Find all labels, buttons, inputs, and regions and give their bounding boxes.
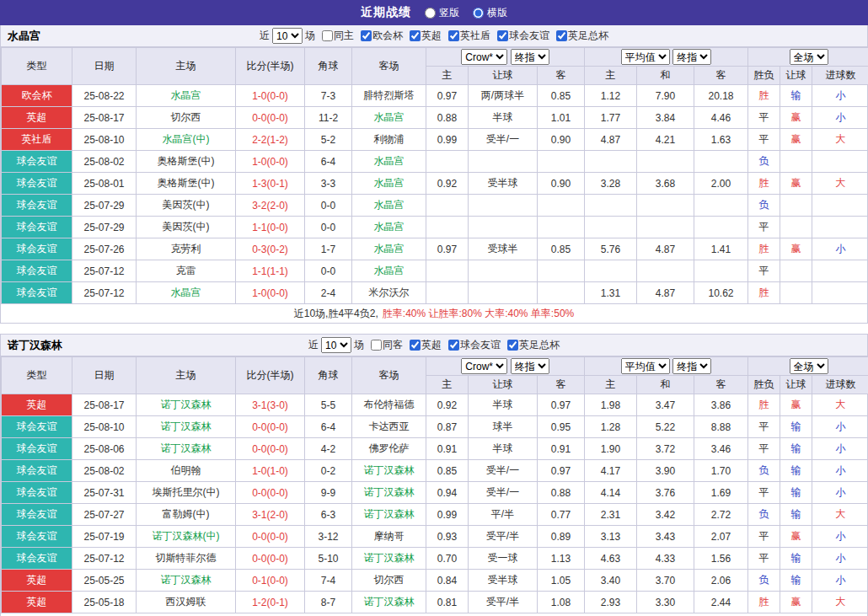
home-team[interactable]: 埃斯托里尔(中): [137, 482, 236, 504]
score[interactable]: 0-0(0-0): [236, 107, 305, 129]
score[interactable]: 1-0(0-0): [236, 282, 305, 304]
bookmaker-select[interactable]: Crow*: [461, 358, 507, 374]
away-team[interactable]: 水晶宫: [352, 238, 426, 260]
home-team[interactable]: 水晶宫: [137, 85, 236, 107]
win-draw-loss-result: 平: [748, 129, 780, 151]
europe-odds-time-select[interactable]: 终指: [672, 49, 711, 65]
competition-filter[interactable]: 欧会杯: [361, 29, 403, 43]
home-team[interactable]: 美因茨(中): [137, 195, 236, 217]
home-team[interactable]: 水晶宫: [137, 282, 236, 304]
home-team[interactable]: 水晶宫(中): [137, 129, 236, 151]
away-team[interactable]: 水晶宫: [352, 195, 426, 217]
home-team[interactable]: 奥格斯堡(中): [137, 151, 236, 173]
layout-option-vertical[interactable]: 竖版: [425, 6, 459, 20]
same-venue-checkbox[interactable]: [322, 30, 333, 41]
home-team[interactable]: 美因茨(中): [137, 217, 236, 238]
score[interactable]: 2-2(1-2): [236, 129, 305, 151]
away-team[interactable]: 水晶宫: [352, 151, 426, 173]
same-venue-filter[interactable]: 同客: [371, 338, 403, 352]
home-team[interactable]: 伯明翰: [137, 460, 236, 482]
bookmaker-select[interactable]: Crow*: [461, 49, 507, 65]
competition-checkbox[interactable]: [448, 340, 459, 351]
score[interactable]: 0-1(0-0): [236, 570, 305, 592]
score[interactable]: 0-0(0-0): [236, 548, 305, 570]
competition-filter[interactable]: 英超: [410, 338, 442, 352]
away-team[interactable]: 卡达西亚: [352, 416, 426, 438]
competition-filter[interactable]: 球会友谊: [497, 29, 549, 43]
score[interactable]: 1-1(0-0): [236, 217, 305, 238]
home-team[interactable]: 诺丁汉森林: [137, 438, 236, 460]
score[interactable]: 1-3(0-1): [236, 173, 305, 195]
away-team[interactable]: 腓特烈斯塔: [352, 85, 426, 107]
score[interactable]: 0-0(0-0): [236, 438, 305, 460]
away-team[interactable]: 诺丁汉森林: [352, 482, 426, 504]
competition-filter[interactable]: 英社盾: [448, 29, 490, 43]
away-team[interactable]: 利物浦: [352, 129, 426, 151]
away-team[interactable]: 水晶宫: [352, 260, 426, 282]
score[interactable]: 1-1(1-1): [236, 260, 305, 282]
score[interactable]: 1-0(0-0): [236, 85, 305, 107]
competition-checkbox[interactable]: [448, 30, 459, 41]
match-count-select[interactable]: 10: [272, 28, 303, 44]
home-team[interactable]: 富勒姆(中): [137, 504, 236, 526]
same-venue-filter[interactable]: 同主: [322, 29, 354, 43]
competition-checkbox[interactable]: [556, 30, 567, 41]
competition-filter[interactable]: 英足总杯: [507, 338, 560, 352]
competition-filter[interactable]: 球会友谊: [448, 338, 501, 352]
score[interactable]: 1-0(0-0): [236, 151, 305, 173]
home-team[interactable]: 诺丁汉森林: [137, 394, 236, 416]
score[interactable]: 1-0(1-0): [236, 460, 305, 482]
win-draw-loss-result: 胜: [748, 282, 780, 304]
away-team[interactable]: 诺丁汉森林: [352, 548, 426, 570]
away-team[interactable]: 诺丁汉森林: [352, 592, 426, 613]
europe-odds-time-select[interactable]: 终指: [672, 358, 711, 374]
europe-odds-type-select[interactable]: 平均值: [621, 358, 670, 374]
home-team[interactable]: 切尔西: [137, 107, 236, 129]
horizontal-layout-radio[interactable]: [473, 8, 484, 19]
summary-lead: 近10场,胜4平4负2,: [294, 307, 378, 321]
result-scope-select[interactable]: 全场: [790, 49, 828, 65]
score[interactable]: 3-1(3-0): [236, 394, 305, 416]
away-team[interactable]: 水晶宫: [352, 217, 426, 238]
away-team[interactable]: 布伦特福德: [352, 394, 426, 416]
away-team[interactable]: 诺丁汉森林: [352, 460, 426, 482]
competition-checkbox[interactable]: [497, 30, 508, 41]
competition-checkbox[interactable]: [361, 30, 372, 41]
match-count-select[interactable]: 10: [321, 337, 351, 353]
same-venue-checkbox[interactable]: [371, 340, 382, 351]
competition-filter[interactable]: 英足总杯: [556, 29, 608, 43]
away-team[interactable]: 佛罗伦萨: [352, 438, 426, 460]
away-team[interactable]: 诺丁汉森林: [352, 504, 426, 526]
handicap-odds-time-select[interactable]: 终指: [511, 49, 549, 65]
home-team[interactable]: 诺丁汉森林: [137, 570, 236, 592]
europe-odds-type-select[interactable]: 平均值: [621, 49, 670, 65]
away-team[interactable]: 切尔西: [352, 570, 426, 592]
away-team[interactable]: 米尔沃尔: [352, 282, 426, 304]
handicap-odds-time-select[interactable]: 终指: [511, 358, 549, 374]
home-team[interactable]: 西汉姆联: [137, 592, 236, 613]
competition-filter[interactable]: 英超: [410, 29, 442, 43]
score[interactable]: 0-3(0-2): [236, 238, 305, 260]
competition-checkbox[interactable]: [507, 340, 518, 351]
away-team[interactable]: 摩纳哥: [352, 526, 426, 548]
home-team[interactable]: 诺丁汉森林: [137, 416, 236, 438]
competition-checkbox[interactable]: [410, 340, 421, 351]
home-team[interactable]: 奥格斯堡(中): [137, 173, 236, 195]
competition-checkbox[interactable]: [410, 30, 421, 41]
score[interactable]: 0-0(0-0): [236, 416, 305, 438]
home-team[interactable]: 克劳利: [137, 238, 236, 260]
score[interactable]: 0-0(0-0): [236, 482, 305, 504]
away-team[interactable]: 水晶宫: [352, 173, 426, 195]
score[interactable]: 3-2(2-0): [236, 195, 305, 217]
home-team[interactable]: 克雷: [137, 260, 236, 282]
home-team[interactable]: 诺丁汉森林(中): [137, 526, 236, 548]
vertical-layout-radio[interactable]: [425, 8, 436, 19]
score[interactable]: 1-2(0-1): [236, 592, 305, 613]
layout-option-horizontal[interactable]: 横版: [473, 6, 507, 20]
home-team[interactable]: 切斯特菲尔德: [137, 548, 236, 570]
score[interactable]: 3-1(2-0): [236, 504, 305, 526]
result-scope-select[interactable]: 全场: [790, 358, 828, 374]
avg-odds-draw: 3.76: [637, 482, 694, 504]
score[interactable]: 0-0(0-0): [236, 526, 305, 548]
away-team[interactable]: 水晶宫: [352, 107, 426, 129]
